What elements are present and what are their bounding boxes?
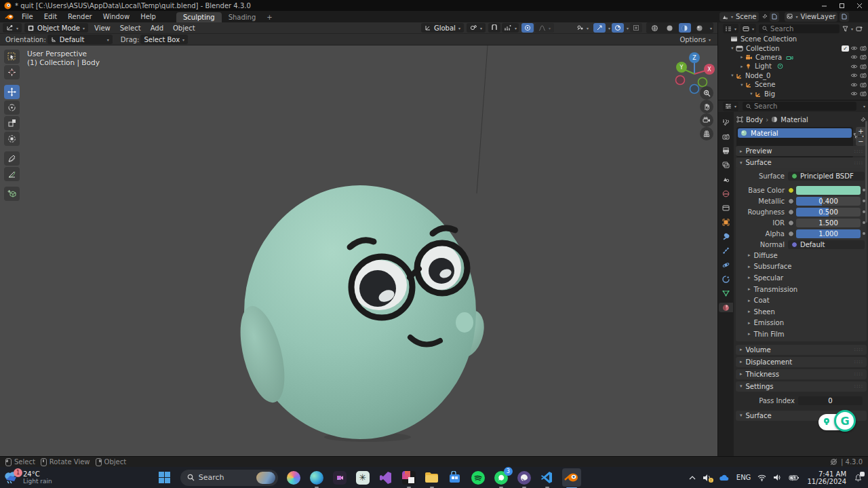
blender-app-icon[interactable] (5, 14, 14, 20)
orientation-dropdown[interactable]: Default▾ (47, 35, 113, 44)
disable-render-icon[interactable] (859, 82, 868, 88)
workspace-tab-sculpting[interactable]: Sculpting (176, 12, 222, 22)
subpanel-specular[interactable]: Specular (736, 272, 867, 284)
grammarly-button[interactable]: G (834, 410, 856, 432)
outliner-search-input[interactable]: Search (759, 24, 840, 33)
menu-add[interactable]: Add (146, 24, 168, 32)
metallic-slider[interactable]: 0.400 (796, 197, 861, 206)
outliner-row-scene-collection[interactable]: Scene Collection (718, 35, 868, 43)
minimize-button[interactable] (815, 0, 833, 11)
proportional-falloff-selector[interactable]: ▾ (535, 23, 554, 33)
panel-thickness[interactable]: Thickness:::: (736, 369, 867, 379)
orthographic-toggle-button[interactable] (700, 127, 713, 140)
scene-selector[interactable]: ▾ Scene (719, 12, 759, 22)
snap-toggle[interactable] (488, 23, 500, 33)
panel-volume[interactable]: Volume:::: (736, 345, 867, 355)
subpanel-emission[interactable]: Emission (736, 318, 867, 329)
notification-bell-icon[interactable] (854, 473, 863, 482)
taskbar-search[interactable]: Search (180, 470, 278, 486)
subpanel-sheen[interactable]: Sheen (736, 306, 867, 318)
tray-battery-icon[interactable] (789, 474, 800, 481)
properties-search-input[interactable]: Search (743, 102, 856, 111)
xray-toggle[interactable] (630, 23, 642, 33)
tab-scene[interactable] (720, 174, 732, 184)
properties-options-dropdown[interactable]: ▾ (863, 104, 865, 109)
outliner-row-node0[interactable]: ▾ Node_0 (718, 71, 868, 80)
app-copilot[interactable] (285, 470, 302, 486)
tray-language[interactable]: ENG (736, 474, 751, 481)
shading-wireframe-button[interactable] (649, 23, 661, 33)
tray-chevron-icon[interactable] (689, 476, 696, 480)
gizmo-x-neg[interactable] (676, 76, 685, 85)
base-color-socket[interactable] (788, 187, 794, 193)
outliner-row-big[interactable]: ▾ Big (718, 89, 868, 98)
app-clipchamp[interactable] (332, 470, 348, 486)
app-blender[interactable] (562, 468, 581, 487)
subpanel-thin-film[interactable]: Thin Film (736, 329, 867, 340)
tray-clock[interactable]: 7:41 AM 11/26/2024 (807, 470, 846, 485)
workspace-tab-shading[interactable]: Shading (222, 12, 263, 22)
add-slot-button[interactable]: + (856, 127, 866, 136)
character-model[interactable] (227, 168, 492, 453)
tab-object[interactable] (720, 217, 732, 227)
hide-viewport-icon[interactable] (849, 45, 859, 51)
mode-selector[interactable]: Object Mode▾ (24, 23, 88, 33)
alpha-slider[interactable]: 1.000 (796, 229, 861, 238)
app-vscode[interactable] (539, 470, 555, 486)
pan-button[interactable] (700, 100, 713, 113)
hide-viewport-icon[interactable] (849, 64, 859, 69)
properties-scrollbar[interactable] (865, 121, 867, 223)
menu-help[interactable]: Help (135, 11, 161, 22)
shading-rendered-button[interactable] (694, 23, 706, 33)
surface-shader-field[interactable]: Principled BSDF (788, 172, 865, 181)
subpanel-transmission[interactable]: Transmission (736, 284, 867, 295)
tab-constraints[interactable] (720, 274, 732, 284)
taskbar-weather[interactable]: 1 24°C Light rain (4, 470, 52, 485)
app-whatsapp[interactable]: 3 (493, 470, 509, 486)
menu-window[interactable]: Window (98, 11, 135, 22)
search-highlight-image[interactable] (256, 472, 275, 484)
disable-render-icon[interactable] (859, 54, 868, 60)
app-github-desktop[interactable] (516, 470, 532, 486)
app-chatgpt[interactable]: ✳ (355, 470, 371, 486)
menu-file[interactable]: File (16, 11, 39, 22)
camera-view-button[interactable] (700, 113, 713, 127)
gizmo-z-neg[interactable] (690, 85, 699, 94)
zoom-button[interactable] (700, 86, 713, 100)
roughness-slider[interactable]: 0.500 (796, 208, 861, 217)
drag-dropdown[interactable]: Select Box▾ (140, 35, 188, 44)
collection-checkbox[interactable]: ✓ (842, 45, 849, 52)
breadcrumb-data[interactable]: Material (781, 116, 808, 124)
pivot-point-selector[interactable]: ▾ (467, 23, 486, 33)
viewlayer-selector[interactable]: ▾ ViewLayer (785, 12, 838, 22)
app-microsoft-store[interactable] (447, 470, 463, 486)
tool-transform[interactable] (4, 132, 20, 146)
snap-target-selector[interactable]: ▾ (502, 23, 519, 33)
hide-viewport-icon[interactable] (849, 73, 859, 78)
app-visual-studio[interactable] (378, 470, 394, 486)
panel-displacement[interactable]: Displacement:::: (736, 357, 867, 367)
gizmo-y-neg[interactable] (698, 78, 707, 87)
tool-rotate[interactable] (4, 100, 20, 115)
tab-modifiers[interactable] (720, 231, 732, 241)
outliner-filter-button[interactable]: ▾ (842, 26, 853, 32)
show-gizmo-toggle[interactable] (593, 23, 606, 33)
tab-world[interactable] (720, 189, 732, 198)
options-dropdown[interactable]: Options▾ (679, 36, 711, 43)
metallic-socket[interactable] (788, 198, 794, 204)
pass-index-field[interactable]: 0 (798, 396, 863, 405)
hide-viewport-icon[interactable] (849, 82, 859, 88)
disable-render-icon[interactable] (859, 45, 868, 51)
editor-type-selector[interactable]: ▾ (3, 23, 22, 33)
panel-preview[interactable]: Preview:::: (736, 146, 867, 156)
menu-render[interactable]: Render (62, 11, 98, 22)
subpanel-subsurface[interactable]: Subsurface (736, 261, 867, 273)
tool-measure[interactable] (4, 167, 20, 181)
new-scene-button[interactable] (770, 12, 779, 22)
transform-orientation-selector[interactable]: Global▾ (421, 23, 464, 33)
breadcrumb-object[interactable]: Body (746, 116, 763, 124)
panel-surface[interactable]: Surface:::: (736, 157, 867, 168)
panel-settings[interactable]: Settings:::: (736, 381, 867, 392)
tab-collection[interactable] (720, 203, 732, 212)
remove-slot-button[interactable]: − (856, 137, 866, 146)
